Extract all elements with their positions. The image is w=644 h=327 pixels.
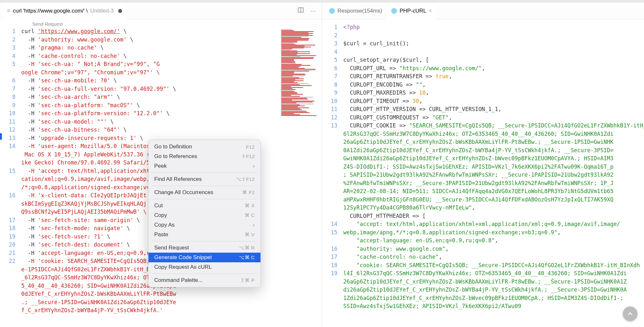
menu-separator xyxy=(152,274,257,274)
close-icon[interactable]: × xyxy=(429,8,432,14)
tab-subtitle: Untitled-3 xyxy=(90,8,114,14)
right-line-gutter: 12345678910111213141516171819 xyxy=(322,23,343,327)
menu-separator xyxy=(152,173,257,173)
tab-untitled-3[interactable]: ≡ curl 'https://www.google.com/' \ Untit… xyxy=(3,3,127,19)
context-menu: Go to DefinitionF12Go to References⇧F12P… xyxy=(148,140,261,287)
tab-response[interactable]: Response(154ms) xyxy=(325,3,387,19)
menu-item-go-to-references[interactable]: Go to References⇧F12 xyxy=(148,152,260,161)
menu-item-peek[interactable]: Peek› xyxy=(148,161,260,171)
scroll-to-top-button[interactable] xyxy=(623,306,638,321)
left-tab-bar: ≡ curl 'https://www.google.com/' \ Untit… xyxy=(0,3,322,19)
menu-item-paste[interactable]: Paste⌘ V xyxy=(148,230,260,239)
menu-separator xyxy=(152,199,257,199)
tab-php-curl[interactable]: PHP-cURL × xyxy=(387,3,436,19)
menu-item-change-all-occurrences[interactable]: Change All Occurrences⌘ F2 xyxy=(148,188,260,197)
tab-title: curl 'https://www.google.com/' \ xyxy=(13,8,88,14)
send-request-codelens[interactable]: Send Request xyxy=(0,19,322,27)
menu-item-copy-as[interactable]: Copy As› xyxy=(148,220,260,230)
menu-separator xyxy=(152,241,257,241)
right-tab-bar: Response(154ms) PHP-cURL × xyxy=(322,3,644,19)
tab-label: Response(154ms) xyxy=(337,8,382,14)
menu-separator xyxy=(152,186,257,186)
menu-item-go-to-definition[interactable]: Go to DefinitionF12 xyxy=(148,142,260,152)
tab-file-icon: ≡ xyxy=(7,8,10,14)
menu-item-generate-code-snippet[interactable]: Generate Code Snippet⌥⌘ C xyxy=(148,253,260,262)
rest-client-icon xyxy=(391,8,397,14)
left-line-gutter: 12345678910111213141516171819202122 xyxy=(0,27,21,327)
left-editor-pane: ≡ curl 'https://www.google.com/' \ Untit… xyxy=(0,3,322,327)
gutter-change-marker xyxy=(0,133,2,140)
right-code-area[interactable]: <?php$curl = curl_init();curl_setopt_arr… xyxy=(343,23,644,327)
window-top-strip xyxy=(0,0,644,3)
menu-item-copy[interactable]: Copy⌘ C xyxy=(148,210,260,220)
right-editor-pane: Response(154ms) PHP-cURL × 1234567891011… xyxy=(322,3,644,327)
menu-item-find-all-references[interactable]: Find All References⌥⇧F12 xyxy=(148,174,260,184)
menu-item-copy-request-as-curl[interactable]: Copy Request As cURL xyxy=(148,262,260,272)
menu-item-command-palette[interactable]: Command Palette...⇧⌘ P xyxy=(148,276,260,285)
split-editor-icon[interactable] xyxy=(294,7,307,15)
rest-client-icon xyxy=(329,8,335,14)
more-actions-icon[interactable]: ··· xyxy=(307,7,319,14)
right-editor[interactable]: 12345678910111213141516171819 <?php$curl… xyxy=(322,23,644,327)
tab-label: PHP-cURL xyxy=(400,8,426,14)
menu-item-send-request[interactable]: Send Request⌥⌘ R xyxy=(148,243,260,253)
menu-item-cut[interactable]: Cut⌘ X xyxy=(148,201,260,210)
